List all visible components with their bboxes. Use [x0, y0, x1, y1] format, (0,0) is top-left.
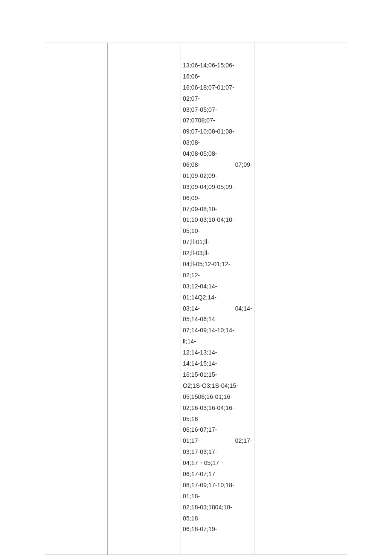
code-line: 06;08-07;09-: [183, 160, 252, 171]
code-line: 06;16-07;17-: [183, 424, 252, 436]
column-1: [45, 43, 108, 555]
code-line: 02;18-03;1804;18-: [183, 502, 252, 513]
code-line: O2;1S-O3;1S-04;15-: [183, 381, 252, 392]
code-line: 16;06-18;07-01;07-: [183, 82, 252, 93]
code-text-left: 03;14-: [183, 303, 200, 314]
code-line: 01;10-03;10-04;10-: [183, 215, 252, 226]
code-line: 12;14-13;14-: [183, 347, 252, 358]
code-text-right: 07;09-: [235, 160, 252, 171]
code-line: 03;17-03;17-: [183, 447, 252, 458]
code-line: 07;ll-01;ll-: [183, 237, 252, 248]
code-line: 03;14-04;14-: [183, 303, 252, 314]
code-text-left: 01;17-: [183, 436, 200, 447]
code-line: 05;14-06;14: [183, 314, 252, 325]
code-line: 06;17-07;17: [183, 469, 252, 480]
code-line: 05;1506;16-01;16-: [183, 392, 252, 403]
code-line: 08;17-09;17-10;18-: [183, 480, 252, 491]
code-text-left: 06;08-: [183, 160, 200, 171]
column-2: [108, 43, 181, 555]
code-line: 05;10-: [183, 226, 252, 237]
code-line: 05;18: [183, 513, 252, 524]
code-line: 03;07-05;07-: [183, 105, 252, 116]
code-line: 09;07-10;08-01;08-: [183, 126, 252, 137]
code-line: 02;ll-03;ll-: [183, 248, 252, 259]
code-line: 04;ll-05;12-01;12-: [183, 259, 252, 270]
code-line: 01;14Q2;14-: [183, 292, 252, 303]
code-line: 05;16: [183, 414, 252, 425]
document-table: 13;06-14;06-15;06-16;06-16;06-18;07-01;0…: [45, 43, 347, 555]
code-line: 06;18-07;19-: [183, 524, 252, 535]
code-line: 03;09-04;09-05;09-: [183, 182, 252, 193]
code-line: 02;07-: [183, 93, 252, 105]
code-line: ll;14-: [183, 336, 252, 347]
code-line: 07;0708;07-: [183, 115, 252, 126]
code-line: 04;08-05;08-: [183, 148, 252, 160]
code-line: 07;09-08;10-: [183, 204, 252, 215]
code-line: 03;08-: [183, 137, 252, 148]
code-line: 04;17・05;17・: [183, 458, 252, 469]
code-text-right: 02;17-: [235, 436, 252, 447]
code-line: 07;14-09;14-10;14-: [183, 325, 252, 336]
code-line: 01;18-: [183, 491, 252, 502]
code-line: 16;15-01;15-: [183, 369, 252, 381]
codes-block: 13;06-14;06-15;06-16;06-16;06-18;07-01;0…: [183, 60, 252, 535]
code-line: 02;16-03;16-04;16-: [183, 403, 252, 414]
code-line: 16;06-: [183, 71, 252, 82]
code-line: 13;06-14;06-15;06-: [183, 60, 252, 71]
code-line: 03;12-04;14-: [183, 281, 252, 292]
code-text-right: 04;14-: [235, 303, 252, 314]
code-line: 02;12-: [183, 270, 252, 281]
code-line: 14;14-15;14-: [183, 358, 252, 369]
code-line: 06;09-: [183, 193, 252, 204]
column-4: [254, 43, 347, 555]
column-3: 13;06-14;06-15;06-16;06-16;06-18;07-01;0…: [181, 43, 254, 555]
code-line: 01;09-02;09-: [183, 171, 252, 182]
code-line: 01;17-02;17-: [183, 436, 252, 447]
